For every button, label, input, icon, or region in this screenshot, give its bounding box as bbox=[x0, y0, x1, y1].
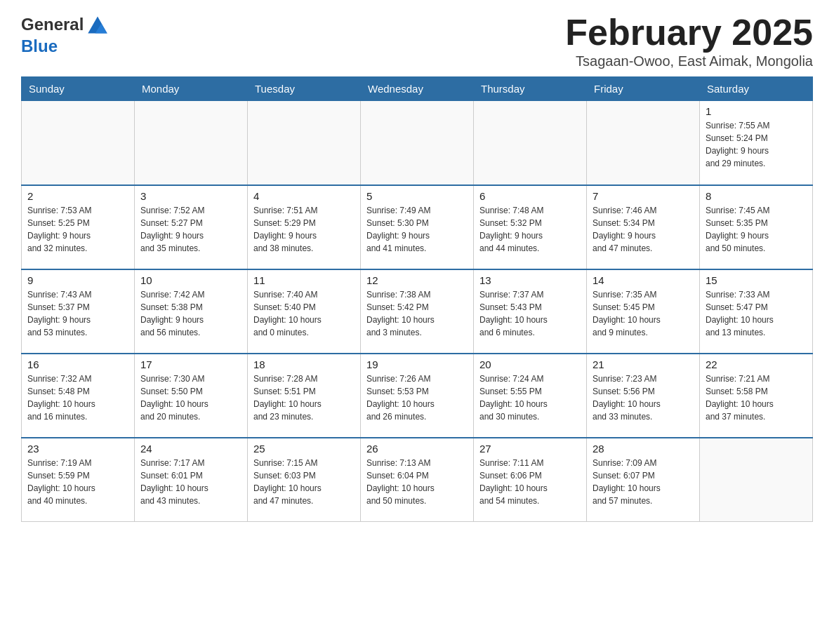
day-number: 17 bbox=[140, 358, 241, 370]
day-number: 6 bbox=[479, 190, 581, 202]
day-number: 19 bbox=[366, 358, 468, 370]
weekday-header-monday: Monday bbox=[135, 77, 248, 101]
day-info: Sunrise: 7:49 AM Sunset: 5:30 PM Dayligh… bbox=[366, 204, 468, 255]
day-info: Sunrise: 7:13 AM Sunset: 6:04 PM Dayligh… bbox=[366, 457, 468, 507]
day-number: 1 bbox=[706, 105, 807, 117]
calendar-cell: 8Sunrise: 7:45 AM Sunset: 5:35 PM Daylig… bbox=[700, 185, 813, 269]
day-info: Sunrise: 7:23 AM Sunset: 5:56 PM Dayligh… bbox=[593, 373, 694, 423]
calendar-week-row: 1Sunrise: 7:55 AM Sunset: 5:24 PM Daylig… bbox=[22, 101, 813, 185]
calendar-table: SundayMondayTuesdayWednesdayThursdayFrid… bbox=[21, 76, 813, 522]
calendar-week-row: 9Sunrise: 7:43 AM Sunset: 5:37 PM Daylig… bbox=[22, 269, 813, 354]
day-info: Sunrise: 7:21 AM Sunset: 5:58 PM Dayligh… bbox=[706, 373, 807, 423]
day-number: 13 bbox=[479, 274, 581, 286]
calendar-cell: 23Sunrise: 7:19 AM Sunset: 5:59 PM Dayli… bbox=[22, 438, 135, 522]
day-number: 26 bbox=[366, 443, 468, 455]
day-number: 15 bbox=[706, 274, 807, 286]
page-header: General Blue February 2025 Tsagaan-Owoo,… bbox=[21, 14, 813, 69]
day-info: Sunrise: 7:52 AM Sunset: 5:27 PM Dayligh… bbox=[140, 204, 241, 255]
calendar-cell: 4Sunrise: 7:51 AM Sunset: 5:29 PM Daylig… bbox=[248, 185, 361, 269]
logo-text-blue: Blue bbox=[21, 36, 58, 55]
calendar-cell: 18Sunrise: 7:28 AM Sunset: 5:51 PM Dayli… bbox=[248, 354, 361, 438]
calendar-week-row: 16Sunrise: 7:32 AM Sunset: 5:48 PM Dayli… bbox=[22, 354, 813, 438]
calendar-cell: 7Sunrise: 7:46 AM Sunset: 5:34 PM Daylig… bbox=[587, 185, 700, 269]
day-number: 3 bbox=[140, 190, 241, 202]
day-number: 16 bbox=[27, 358, 128, 370]
calendar-cell: 5Sunrise: 7:49 AM Sunset: 5:30 PM Daylig… bbox=[361, 185, 474, 269]
weekday-header-saturday: Saturday bbox=[700, 77, 813, 101]
calendar-cell: 15Sunrise: 7:33 AM Sunset: 5:47 PM Dayli… bbox=[700, 269, 813, 354]
day-number: 21 bbox=[593, 358, 694, 370]
day-number: 4 bbox=[253, 190, 355, 202]
day-info: Sunrise: 7:09 AM Sunset: 6:07 PM Dayligh… bbox=[593, 457, 694, 507]
calendar-cell: 17Sunrise: 7:30 AM Sunset: 5:50 PM Dayli… bbox=[135, 354, 248, 438]
day-info: Sunrise: 7:45 AM Sunset: 5:35 PM Dayligh… bbox=[706, 204, 807, 255]
weekday-header-thursday: Thursday bbox=[474, 77, 587, 101]
calendar-cell bbox=[22, 101, 135, 185]
calendar-cell: 27Sunrise: 7:11 AM Sunset: 6:06 PM Dayli… bbox=[474, 438, 587, 522]
calendar-week-row: 2Sunrise: 7:53 AM Sunset: 5:25 PM Daylig… bbox=[22, 185, 813, 269]
day-number: 28 bbox=[593, 443, 694, 455]
calendar-cell: 16Sunrise: 7:32 AM Sunset: 5:48 PM Dayli… bbox=[22, 354, 135, 438]
day-number: 18 bbox=[253, 358, 355, 370]
day-info: Sunrise: 7:15 AM Sunset: 6:03 PM Dayligh… bbox=[253, 457, 355, 507]
day-number: 23 bbox=[27, 443, 128, 455]
day-number: 22 bbox=[706, 358, 807, 370]
day-info: Sunrise: 7:28 AM Sunset: 5:51 PM Dayligh… bbox=[253, 373, 355, 423]
day-number: 10 bbox=[140, 274, 241, 286]
day-number: 24 bbox=[140, 443, 241, 455]
day-info: Sunrise: 7:51 AM Sunset: 5:29 PM Dayligh… bbox=[253, 204, 355, 255]
calendar-cell: 19Sunrise: 7:26 AM Sunset: 5:53 PM Dayli… bbox=[361, 354, 474, 438]
calendar-cell: 25Sunrise: 7:15 AM Sunset: 6:03 PM Dayli… bbox=[248, 438, 361, 522]
day-info: Sunrise: 7:24 AM Sunset: 5:55 PM Dayligh… bbox=[479, 373, 581, 423]
day-info: Sunrise: 7:38 AM Sunset: 5:42 PM Dayligh… bbox=[366, 288, 468, 339]
day-info: Sunrise: 7:46 AM Sunset: 5:34 PM Dayligh… bbox=[593, 204, 694, 255]
calendar-cell: 10Sunrise: 7:42 AM Sunset: 5:38 PM Dayli… bbox=[135, 269, 248, 354]
day-number: 14 bbox=[593, 274, 694, 286]
logo: General Blue bbox=[21, 14, 110, 56]
weekday-header-wednesday: Wednesday bbox=[361, 77, 474, 101]
day-info: Sunrise: 7:48 AM Sunset: 5:32 PM Dayligh… bbox=[479, 204, 581, 255]
day-number: 27 bbox=[479, 443, 581, 455]
day-number: 2 bbox=[27, 190, 128, 202]
calendar-header-row: SundayMondayTuesdayWednesdayThursdayFrid… bbox=[22, 77, 813, 101]
calendar-cell: 6Sunrise: 7:48 AM Sunset: 5:32 PM Daylig… bbox=[474, 185, 587, 269]
calendar-cell: 9Sunrise: 7:43 AM Sunset: 5:37 PM Daylig… bbox=[22, 269, 135, 354]
calendar-cell: 12Sunrise: 7:38 AM Sunset: 5:42 PM Dayli… bbox=[361, 269, 474, 354]
day-number: 11 bbox=[253, 274, 355, 286]
day-info: Sunrise: 7:53 AM Sunset: 5:25 PM Dayligh… bbox=[27, 204, 128, 255]
day-number: 12 bbox=[366, 274, 468, 286]
calendar-cell: 2Sunrise: 7:53 AM Sunset: 5:25 PM Daylig… bbox=[22, 185, 135, 269]
logo-text-general: General bbox=[21, 15, 84, 34]
calendar-week-row: 23Sunrise: 7:19 AM Sunset: 5:59 PM Dayli… bbox=[22, 438, 813, 522]
day-info: Sunrise: 7:30 AM Sunset: 5:50 PM Dayligh… bbox=[140, 373, 241, 423]
calendar-cell bbox=[135, 101, 248, 185]
calendar-cell bbox=[700, 438, 813, 522]
day-info: Sunrise: 7:33 AM Sunset: 5:47 PM Dayligh… bbox=[706, 288, 807, 339]
month-year-title: February 2025 bbox=[565, 14, 813, 51]
day-info: Sunrise: 7:40 AM Sunset: 5:40 PM Dayligh… bbox=[253, 288, 355, 339]
calendar-cell bbox=[474, 101, 587, 185]
day-number: 9 bbox=[27, 274, 128, 286]
calendar-cell: 20Sunrise: 7:24 AM Sunset: 5:55 PM Dayli… bbox=[474, 354, 587, 438]
calendar-cell: 14Sunrise: 7:35 AM Sunset: 5:45 PM Dayli… bbox=[587, 269, 700, 354]
day-info: Sunrise: 7:17 AM Sunset: 6:01 PM Dayligh… bbox=[140, 457, 241, 507]
calendar-cell: 1Sunrise: 7:55 AM Sunset: 5:24 PM Daylig… bbox=[700, 101, 813, 185]
title-block: February 2025 Tsagaan-Owoo, East Aimak, … bbox=[565, 14, 813, 69]
calendar-cell: 13Sunrise: 7:37 AM Sunset: 5:43 PM Dayli… bbox=[474, 269, 587, 354]
day-info: Sunrise: 7:32 AM Sunset: 5:48 PM Dayligh… bbox=[27, 373, 128, 423]
calendar-cell bbox=[361, 101, 474, 185]
calendar-cell: 26Sunrise: 7:13 AM Sunset: 6:04 PM Dayli… bbox=[361, 438, 474, 522]
calendar-cell: 3Sunrise: 7:52 AM Sunset: 5:27 PM Daylig… bbox=[135, 185, 248, 269]
day-info: Sunrise: 7:37 AM Sunset: 5:43 PM Dayligh… bbox=[479, 288, 581, 339]
day-number: 7 bbox=[593, 190, 694, 202]
calendar-cell: 21Sunrise: 7:23 AM Sunset: 5:56 PM Dayli… bbox=[587, 354, 700, 438]
calendar-cell: 11Sunrise: 7:40 AM Sunset: 5:40 PM Dayli… bbox=[248, 269, 361, 354]
weekday-header-sunday: Sunday bbox=[22, 77, 135, 101]
day-number: 5 bbox=[366, 190, 468, 202]
calendar-cell: 24Sunrise: 7:17 AM Sunset: 6:01 PM Dayli… bbox=[135, 438, 248, 522]
calendar-cell bbox=[248, 101, 361, 185]
day-info: Sunrise: 7:19 AM Sunset: 5:59 PM Dayligh… bbox=[27, 457, 128, 507]
day-info: Sunrise: 7:43 AM Sunset: 5:37 PM Dayligh… bbox=[27, 288, 128, 339]
day-number: 25 bbox=[253, 443, 355, 455]
day-info: Sunrise: 7:42 AM Sunset: 5:38 PM Dayligh… bbox=[140, 288, 241, 339]
